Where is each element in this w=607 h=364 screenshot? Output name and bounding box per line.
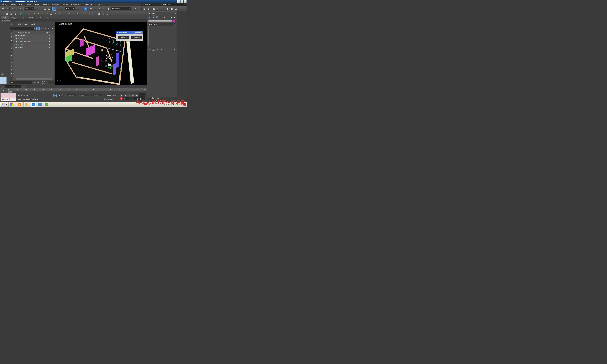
ribbon-tab-1[interactable]: 自由形式 xyxy=(9,16,19,19)
select-by-name-icon[interactable]: ≡ xyxy=(39,7,42,11)
ribbon-tab-0[interactable]: 建模 xyxy=(1,16,9,19)
cn-mode-icon[interactable]: 中 xyxy=(123,97,126,100)
expand-gutter-icon[interactable]: ▶ xyxy=(1,73,4,76)
align-icon[interactable]: ∥ xyxy=(137,7,141,11)
menu-item-5[interactable]: 创建(C) xyxy=(41,3,50,6)
ribbon-collapse-icon[interactable]: ▾ xyxy=(46,17,50,19)
create-tab-icon[interactable]: + xyxy=(148,16,151,19)
table-row[interactable]: ≣0(默认)∗ xyxy=(13,34,54,37)
explorer-options-chevron-icon[interactable]: ▾ xyxy=(51,27,54,30)
pinwheel-app-icon[interactable] xyxy=(10,103,13,106)
filter-container-icon[interactable]: ▤ xyxy=(10,64,13,68)
filter-all-icon[interactable]: ○ xyxy=(10,32,13,35)
clear-search-icon[interactable]: × xyxy=(33,27,36,30)
go-start-button[interactable]: |◀ xyxy=(119,94,123,97)
grass-icon[interactable]: Ψ xyxy=(79,12,83,15)
photos-app-icon[interactable]: ▲ xyxy=(37,102,43,107)
grid-panel-icon[interactable]: ▥ xyxy=(13,12,17,15)
menu-item-1[interactable]: 编辑(E) xyxy=(9,3,17,6)
layer-list-button[interactable]: ≣ xyxy=(33,81,36,84)
docked-mini-panel[interactable] xyxy=(0,77,7,84)
menu-item-9[interactable]: undefined xyxy=(83,3,93,6)
ribbon-toggle-icon[interactable]: ▦ xyxy=(152,7,156,11)
move-icon[interactable]: + xyxy=(53,7,56,11)
filter-note-icon[interactable]: ≡ xyxy=(10,75,13,79)
clipboard-icon[interactable]: ▯ xyxy=(106,12,109,15)
search-input[interactable] xyxy=(10,27,34,30)
punct-icon[interactable]: ’ xyxy=(126,97,129,100)
blue-sphere-icon[interactable]: ● xyxy=(93,12,97,15)
film-camera-icon[interactable]: ◉ xyxy=(19,12,23,15)
workspace-dropdown[interactable]: 默认 ▼ xyxy=(167,3,186,6)
copy-paste-dialog[interactable]: 3 复制粘贴物体 _ □ × 复制模型 粘贴模型 xyxy=(116,31,143,41)
rollout-grip[interactable]: ⋯ xyxy=(147,51,177,53)
filter-light-icon[interactable]: ☀ xyxy=(10,39,13,42)
ribbon-tab-2[interactable]: 选择 xyxy=(19,16,27,19)
minimize-button[interactable]: _ xyxy=(177,0,180,3)
dialog-close-button[interactable]: × xyxy=(140,32,143,34)
sphere-shape-icon[interactable]: ● xyxy=(58,12,61,15)
modify-tab-icon[interactable]: ▱ xyxy=(152,15,155,19)
frozen-icon[interactable]: ∗ xyxy=(45,43,54,45)
filter-geometry-icon[interactable]: ▣ xyxy=(10,35,13,39)
login-button[interactable]: 登录 ▼ xyxy=(141,3,160,6)
isolate-layer-button[interactable]: ⊟ xyxy=(37,81,40,84)
close-button[interactable]: × xyxy=(184,0,187,3)
eye-icon[interactable] xyxy=(15,35,17,36)
absolute-mode-icon[interactable]: ⊞ xyxy=(61,94,63,96)
selection-filter-dropdown[interactable]: 全部▼ xyxy=(25,7,34,10)
filter-xref-icon[interactable]: ◎ xyxy=(10,57,13,60)
table-row[interactable]: ▶≣墙体∗ xyxy=(13,46,54,49)
menu-item-7[interactable]: 动画(A) xyxy=(61,3,69,6)
scene-explorer-toggle-icon[interactable]: ▤ xyxy=(143,7,146,11)
gear-flower-icon[interactable]: ∗ xyxy=(75,12,79,15)
crossing-select-icon[interactable] xyxy=(47,7,51,11)
filter-frozen-icon[interactable]: ∗ xyxy=(10,68,13,71)
list-panel-icon[interactable]: ▤ xyxy=(10,12,13,15)
object-color-swatch[interactable] xyxy=(173,20,175,22)
rect-region-icon[interactable] xyxy=(43,7,47,11)
max-taskbar-icon[interactable]: 3 xyxy=(30,102,36,107)
hierarchy-tab-icon[interactable]: ◫ xyxy=(156,16,158,19)
horizontal-scrollbar[interactable]: ◀ ▶ xyxy=(13,78,54,80)
manipulate-icon[interactable]: ↑ xyxy=(84,7,87,11)
speaker-icon[interactable]: ◐ xyxy=(23,12,27,15)
hair-fur-icon[interactable]: HF xyxy=(84,12,87,15)
dialog-maximize-button[interactable]: □ xyxy=(138,32,140,34)
mirror-icon[interactable]: ▶◀ xyxy=(133,7,137,11)
table-row[interactable]: ▶≣吊灯、门、床等∗ xyxy=(13,40,54,43)
name-column-header[interactable]: 名称(按升序排序) xyxy=(18,32,30,34)
curve-editor-icon[interactable]: ∿ xyxy=(156,7,160,11)
scroll-left-icon[interactable]: ◀ xyxy=(13,78,15,80)
close-icon[interactable]: × xyxy=(175,13,176,14)
explorer-menu-2[interactable]: 编辑 xyxy=(24,23,27,26)
percent-snap-icon[interactable]: % xyxy=(97,7,101,11)
sogou-icon[interactable]: S xyxy=(120,97,123,100)
dialog-title-bar[interactable]: 3 复制粘贴物体 _ □ × xyxy=(116,31,143,34)
menu-item-8[interactable]: 图形编辑器(D) xyxy=(69,3,83,6)
show-end-result-icon[interactable]: ▯ xyxy=(152,48,155,51)
explorer-menu-0[interactable]: 选择 xyxy=(11,23,14,26)
ref-coord-dropdown[interactable]: 视图▼ xyxy=(65,7,75,10)
sun-icon[interactable]: ☀ xyxy=(53,12,57,15)
add-layer-icon[interactable]: + xyxy=(44,27,47,30)
expand-chevron-icon[interactable]: ▶ xyxy=(13,41,15,42)
exposure-icon[interactable]: 0x xyxy=(88,12,92,15)
table-row[interactable]: ▶≣吊顶∗ xyxy=(13,43,54,46)
menu-item-4[interactable]: 视图(V) xyxy=(33,3,41,6)
panel-scroll-left-icon[interactable]: ◀ xyxy=(170,16,173,19)
photo-stack-icon[interactable]: ▣ xyxy=(97,12,101,15)
scale-icon[interactable]: ⊿ xyxy=(61,7,64,11)
scrollbar-thumb[interactable] xyxy=(16,78,52,80)
edit-named-sel-icon[interactable]: {} xyxy=(107,7,111,11)
play-button[interactable]: ▶ xyxy=(127,94,131,97)
filter-camera-icon[interactable]: ▢ xyxy=(10,42,13,46)
next-frame-button[interactable]: |▶ xyxy=(131,94,135,97)
bind-spacewarp-icon[interactable]: ∿ xyxy=(19,7,23,11)
scatter-icon[interactable]: ∴ xyxy=(63,12,67,15)
display-tab-icon[interactable]: ▭ xyxy=(163,16,166,19)
eye-icon[interactable] xyxy=(15,41,17,42)
copy-model-button[interactable]: 复制模型 xyxy=(118,36,129,39)
layers-icon[interactable]: ≣ xyxy=(47,27,51,30)
expand-chevron-icon[interactable]: ▶ xyxy=(13,38,15,39)
